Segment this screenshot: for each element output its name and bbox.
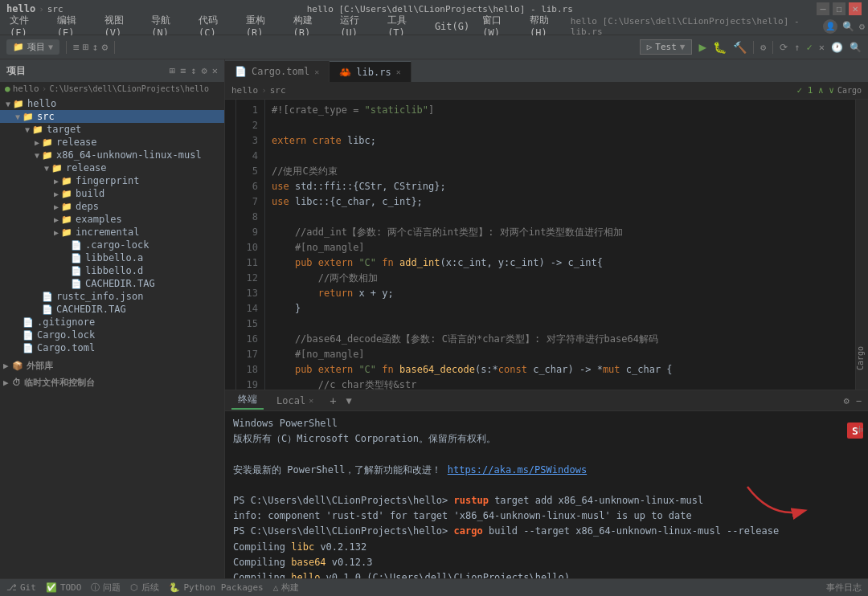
sidebar-breadcrumb: ● hello › C:\Users\dell\CLionProjects\he… [0,82,224,96]
problems-label: 问题 [103,582,121,594]
maximize-button[interactable]: □ [833,2,845,15]
status-problems[interactable]: ⓘ 问题 [91,582,121,594]
terminal-settings-icon[interactable]: ⚙ [844,395,850,406]
tree-label-incremental: incremental [76,227,139,238]
ps-link[interactable]: https://aka.ms/PSWindows [448,464,587,476]
toolbar-gear-icon[interactable]: ⚙ [102,41,108,53]
tree-item-hello[interactable]: ▼ 📁 hello [0,97,224,110]
tab-cargo-toml[interactable]: 📄 Cargo.toml ✕ [225,61,330,82]
sidebar-group-icon[interactable]: ≡ [180,65,186,76]
status-python-packages[interactable]: 🐍 Python Packages [169,582,263,593]
sidebar-expand-all-icon[interactable]: ⊞ [170,65,175,76]
section-temp-files[interactable]: ▶ ⏱ 临时文件和控制台 [0,374,224,391]
toolbar-clock-icon[interactable]: 🕐 [831,42,843,53]
vcs-cross-icon[interactable]: ✕ [819,42,825,53]
tab-lib-rs[interactable]: 🦀 lib.rs ✕ [330,61,411,82]
tree-item-src[interactable]: ▼ 📁 src [0,110,224,123]
terminal-area: 终端 Local ✕ + ▼ ⚙ − Windows PowerShell [225,390,868,578]
ln-2: 2 [240,118,258,133]
search-everywhere-icon[interactable]: 🔍 [842,21,854,32]
check-indicator: ✓ 1 ∧ ∨ [797,85,834,96]
debug-button[interactable]: 🐛 [713,41,727,54]
settings-icon[interactable]: ⚙ [859,21,865,32]
tree-item-deps[interactable]: ▶ 📁 deps [0,200,224,213]
profile-button[interactable]: ⚙ [760,42,766,53]
header-path: hello [C:\Users\dell\CLionProjects\hello… [571,16,817,37]
test-dropdown[interactable]: ▷ Test ▼ [640,39,693,55]
ln-4: 4 [240,149,258,164]
terminal-line-compile-base64: Compiling base64 v0.12.3 [233,555,860,570]
problems-icon: ⓘ [91,582,100,594]
status-event-log[interactable]: 事件日志 [826,582,862,594]
tree-item-cachedir2[interactable]: 📄 CACHEDIR.TAG [0,303,224,316]
window-controls[interactable]: ─ □ ✕ [817,2,862,15]
toolbar-sep-2 [114,41,115,54]
vcs-check-icon[interactable]: ✓ [807,42,813,53]
tree-item-cachedir1[interactable]: 📄 CACHEDIR.TAG [0,277,224,290]
tree-item-target[interactable]: ▼ 📁 target [0,123,224,136]
status-git[interactable]: ⎇ Git [6,582,36,593]
terminal-dropdown-icon[interactable]: ▼ [346,395,352,406]
folder-icon-x86: 📁 [42,150,53,161]
status-build[interactable]: △ 构建 [273,582,300,594]
terminal-expand-icon[interactable]: − [856,395,862,406]
toolbar-sep-3 [753,41,754,54]
sidebar-close-icon[interactable]: ✕ [212,65,218,76]
sidebar-tree: ▼ 📁 hello ▼ 📁 src ▼ 📁 target [0,96,224,578]
code-content[interactable]: #![crate_type = "staticlib"] extern crat… [265,100,855,390]
tree-label-cachedir2: CACHEDIR.TAG [56,304,126,315]
run-button[interactable]: ▶ [698,39,706,55]
vcs-push-icon[interactable]: ↑ [794,42,800,53]
tab-close-cargo-toml[interactable]: ✕ [314,67,319,76]
menu-item-git[interactable]: Git(G) [428,19,476,34]
toolbar-list-icon[interactable]: ≡ [73,41,80,53]
ln-16: 16 [240,332,258,347]
sidebar-settings-icon[interactable]: ⚙ [202,65,207,76]
tree-item-x86[interactable]: ▼ 📁 x86_64-unknown-linux-musl [0,149,224,161]
folder-icon-release2: 📁 [51,163,63,173]
status-todo[interactable]: ✅ TODO [46,582,82,593]
tree-item-cargo-lock2[interactable]: 📄 Cargo.lock [0,329,224,341]
tree-item-release1[interactable]: ▶ 📁 release [0,136,224,149]
tree-item-cargo-toml[interactable]: 📄 Cargo.toml [0,341,224,354]
sidebar-sort-icon[interactable]: ↕ [190,65,196,76]
terminal-tab-terminal[interactable]: 终端 [231,391,264,410]
toolbar-search-icon[interactable]: 🔍 [850,42,862,53]
close-button[interactable]: ✕ [849,2,862,15]
file-icon-cargo-lock2: 📄 [23,330,34,341]
terminal-tab-local[interactable]: Local ✕ [270,394,320,408]
tree-item-fingerprint[interactable]: ▶ 📁 fingerprint [0,174,224,187]
tree-item-examples[interactable]: ▶ 📁 examples [0,213,224,226]
editor-wrapper: 📄 Cargo.toml ✕ 🦀 lib.rs ✕ hello › src [225,59,868,390]
new-tab-button[interactable]: + [326,394,339,407]
tree-label-hello: hello [27,98,56,109]
status-terminal[interactable]: ⬡ 后续 [130,582,159,594]
vcs-update-icon[interactable]: ⟳ [780,42,788,53]
project-dropdown[interactable]: 📁 项目 ▼ [6,39,59,55]
tree-item-cargo-lock[interactable]: 📄 .cargo-lock [0,239,224,251]
bc-sep: › [42,84,47,94]
terminal-content: Windows PowerShell 版权所有（C）Microsoft Corp… [225,411,868,578]
minimize-button[interactable]: ─ [817,2,829,15]
todo-icon: ✅ [46,582,57,593]
toolbar-group-icon[interactable]: ⊞ [83,41,89,53]
section-external-libs[interactable]: ▶ 📦 外部库 [0,357,224,374]
tree-item-incremental[interactable]: ▶ 📁 incremental [0,226,224,239]
tree-item-release2[interactable]: ▼ 📁 release [0,161,224,174]
local-tab-close[interactable]: ✕ [309,396,313,405]
build-button[interactable]: 🔨 [733,41,747,54]
toolbar-sort-icon[interactable]: ↕ [92,41,99,53]
code-line-1: #![crate_type = "staticlib"] [272,103,849,118]
tree-label-target: target [47,124,81,135]
gutter [225,100,236,390]
toolbar-icons: ≡ ⊞ ↕ ⚙ [73,41,108,53]
editor-status-right: ✓ 1 ∧ ∨ Cargo [797,85,862,96]
tree-item-gitignore[interactable]: 📄 .gitignore [0,316,224,329]
tree-item-libbello-d[interactable]: 📄 libbello.d [0,264,224,277]
tree-item-libbello-a[interactable]: 📄 libbello.a [0,251,224,264]
tree-item-build[interactable]: ▶ 📁 build [0,187,224,200]
tree-arrow-release2: ▼ [42,164,51,173]
tab-close-lib-rs[interactable]: ✕ [396,67,401,76]
tree-item-rustc-info[interactable]: 📄 rustc_info.json [0,290,224,303]
avatar-icon[interactable]: 👤 [823,19,837,34]
